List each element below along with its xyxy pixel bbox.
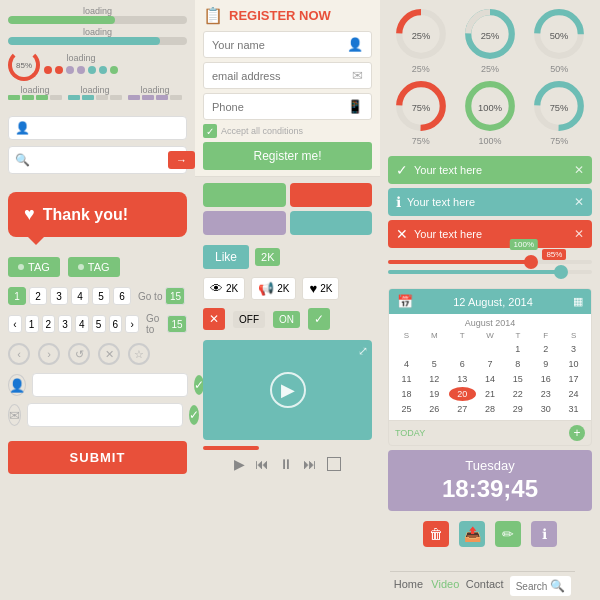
fast-forward-ctrl[interactable]: ⏭ — [303, 456, 317, 472]
btn-purple-1[interactable] — [203, 211, 286, 235]
cal-day-17[interactable]: 17 — [560, 372, 587, 386]
phone-field[interactable]: 📱 — [203, 93, 372, 120]
star-icon[interactable]: ☆ — [128, 343, 150, 365]
email-input-reg[interactable] — [212, 70, 352, 82]
notif-2-close[interactable]: ✕ — [574, 195, 584, 209]
play-button[interactable]: ▶ — [270, 372, 306, 408]
add-event-button[interactable]: + — [569, 425, 585, 441]
donut-chart-4: 75% — [393, 78, 449, 134]
cal-day-13[interactable]: 13 — [449, 372, 476, 386]
search-box-2[interactable]: 🔍 → — [8, 146, 187, 174]
page-a2[interactable]: 2 — [42, 315, 56, 333]
toggle-off[interactable]: OFF — [233, 311, 265, 328]
like-button[interactable]: Like — [203, 245, 249, 269]
cal-day-22[interactable]: 22 — [504, 387, 531, 401]
speaker-icon: 📢 — [258, 281, 274, 296]
cal-day-7[interactable]: 7 — [477, 357, 504, 371]
cal-day-6[interactable]: 6 — [449, 357, 476, 371]
page-5[interactable]: 5 — [92, 287, 110, 305]
cal-day-10[interactable]: 10 — [560, 357, 587, 371]
email-field[interactable]: ✉ — [203, 62, 372, 89]
name-field[interactable]: 👤 — [203, 31, 372, 58]
cal-day-24[interactable]: 24 — [560, 387, 587, 401]
cal-day-2[interactable]: 2 — [532, 342, 559, 356]
cal-day-31[interactable]: 31 — [560, 402, 587, 416]
btn-red-1[interactable] — [290, 183, 373, 207]
speaker-counter: 📢 2K — [251, 277, 296, 300]
cal-day-8[interactable]: 8 — [504, 357, 531, 371]
page-a6[interactable]: 6 — [109, 315, 123, 333]
page-a5[interactable]: 5 — [92, 315, 106, 333]
rewind-ctrl[interactable]: ⏮ — [255, 456, 269, 472]
back-icon[interactable]: ‹ — [8, 343, 30, 365]
stop-ctrl[interactable] — [327, 457, 341, 471]
user-input[interactable] — [32, 373, 188, 397]
prev-btn[interactable]: ‹ — [8, 315, 22, 333]
info-icon[interactable]: ℹ — [531, 521, 557, 547]
page-1[interactable]: 1 — [8, 287, 26, 305]
cal-day-5[interactable]: 5 — [421, 357, 448, 371]
cal-day-3[interactable]: 3 — [560, 342, 587, 356]
cal-day-11[interactable]: 11 — [393, 372, 420, 386]
accept-checkbox[interactable]: ✓ — [203, 124, 217, 138]
page-a4[interactable]: 4 — [75, 315, 89, 333]
tag-1[interactable]: TAG — [8, 257, 60, 277]
refresh-icon[interactable]: ↺ — [68, 343, 90, 365]
search-go-button[interactable]: → — [168, 151, 195, 169]
next-btn[interactable]: › — [125, 315, 139, 333]
cal-day-18[interactable]: 18 — [393, 387, 420, 401]
cal-day-12[interactable]: 12 — [421, 372, 448, 386]
cal-day-1[interactable]: 1 — [504, 342, 531, 356]
cal-day-20-today[interactable]: 20 — [449, 387, 476, 401]
expand-icon[interactable]: ⤢ — [358, 344, 368, 358]
close-icon[interactable]: ✕ — [98, 343, 120, 365]
btn-green-1[interactable] — [203, 183, 286, 207]
cal-day-29[interactable]: 29 — [504, 402, 531, 416]
forward-icon[interactable]: › — [38, 343, 60, 365]
page-4[interactable]: 4 — [71, 287, 89, 305]
like-row: Like 2K — [195, 241, 380, 273]
search-box-1[interactable]: 👤 — [8, 116, 187, 140]
play-ctrl[interactable]: ▶ — [234, 456, 245, 472]
phone-input[interactable] — [212, 101, 347, 113]
cal-day-16[interactable]: 16 — [532, 372, 559, 386]
tag-2[interactable]: TAG — [68, 257, 120, 277]
notif-1-close[interactable]: ✕ — [574, 163, 584, 177]
search-input-1[interactable] — [30, 122, 180, 134]
cal-day-14[interactable]: 14 — [477, 372, 504, 386]
pause-ctrl[interactable]: ⏸ — [279, 456, 293, 472]
page-3[interactable]: 3 — [50, 287, 68, 305]
search-input-2[interactable] — [30, 154, 168, 166]
page-a1[interactable]: 1 — [25, 315, 39, 333]
cal-day-27[interactable]: 27 — [449, 402, 476, 416]
form-item-user: 👤 ✓ — [8, 373, 187, 397]
toggle-on[interactable]: ON — [273, 311, 300, 328]
cal-day-30[interactable]: 30 — [532, 402, 559, 416]
btn-teal-1[interactable] — [290, 211, 373, 235]
register-button[interactable]: Register me! — [203, 142, 372, 170]
x-button[interactable]: ✕ — [203, 308, 225, 330]
email-input[interactable] — [27, 403, 183, 427]
name-input[interactable] — [212, 39, 347, 51]
check-mark-button[interactable]: ✓ — [308, 308, 330, 330]
cal-day-19[interactable]: 19 — [421, 387, 448, 401]
cal-day-23[interactable]: 23 — [532, 387, 559, 401]
page-a3[interactable]: 3 — [58, 315, 72, 333]
cal-day-28[interactable]: 28 — [477, 402, 504, 416]
edit-icon[interactable]: ✏ — [495, 521, 521, 547]
submit-button[interactable]: SUBMIT — [8, 441, 187, 474]
goto-input[interactable] — [165, 287, 185, 305]
cal-day-26[interactable]: 26 — [421, 402, 448, 416]
delete-icon[interactable]: 🗑 — [423, 521, 449, 547]
page-2[interactable]: 2 — [29, 287, 47, 305]
share-icon[interactable]: 📤 — [459, 521, 485, 547]
cal-day-21[interactable]: 21 — [477, 387, 504, 401]
goto-input-2[interactable] — [167, 315, 187, 333]
cal-day-15[interactable]: 15 — [504, 372, 531, 386]
cal-day-25[interactable]: 25 — [393, 402, 420, 416]
page-6[interactable]: 6 — [113, 287, 131, 305]
notif-3-close[interactable]: ✕ — [574, 227, 584, 241]
cal-day-4[interactable]: 4 — [393, 357, 420, 371]
cal-day-9[interactable]: 9 — [532, 357, 559, 371]
today-button[interactable]: TODAY — [395, 428, 425, 438]
